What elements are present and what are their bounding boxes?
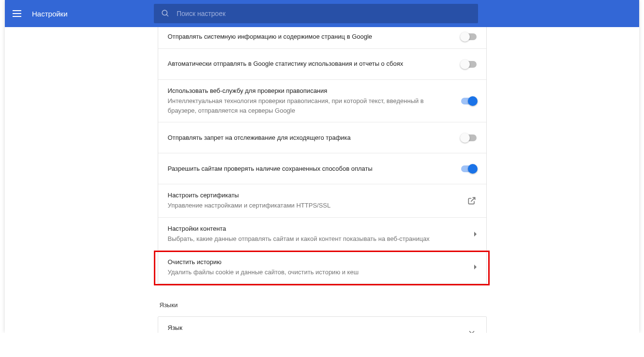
row-subtitle: Выбрать, какие данные отправлять сайтам … bbox=[168, 234, 464, 244]
chevron-down-icon bbox=[467, 327, 477, 333]
privacy-panel: Отправлять системную информацию и содерж… bbox=[158, 27, 487, 284]
row-auto-stats: Автоматически отправлять в Google статис… bbox=[158, 48, 486, 79]
row-clear-history[interactable]: Очистить историю Удалить файлы cookie и … bbox=[158, 251, 486, 284]
row-title: Использовать веб-службу для проверки пра… bbox=[168, 87, 451, 95]
row-title: Язык bbox=[168, 324, 457, 332]
search-field[interactable] bbox=[154, 4, 478, 23]
menu-icon[interactable] bbox=[13, 8, 24, 19]
toggle-spellcheck-service[interactable] bbox=[461, 98, 477, 104]
row-subtitle: Удалить файлы cookie и данные сайтов, оч… bbox=[168, 268, 464, 277]
row-title: Настроить сертификаты bbox=[168, 191, 457, 200]
toggle-do-not-track[interactable] bbox=[461, 134, 477, 141]
row-subtitle: Управление настройками и сертификатами H… bbox=[168, 201, 457, 210]
svg-point-0 bbox=[162, 10, 167, 15]
search-icon bbox=[161, 9, 170, 18]
row-subtitle: Интеллектуальная технология проверки пра… bbox=[168, 96, 451, 115]
toggle-auto-stats[interactable] bbox=[461, 61, 477, 68]
external-link-icon bbox=[467, 196, 477, 206]
toggle-payment-check[interactable] bbox=[461, 165, 477, 172]
toggle-send-system-info[interactable] bbox=[461, 33, 477, 40]
content: Отправлять системную информацию и содерж… bbox=[158, 27, 487, 333]
row-language[interactable]: Язык русский bbox=[158, 317, 486, 333]
chevron-right-icon bbox=[474, 265, 477, 269]
header: Настройки bbox=[5, 0, 639, 27]
row-payment-check: Разрешить сайтам проверять наличие сохра… bbox=[158, 153, 486, 184]
row-spellcheck-service: Использовать веб-службу для проверки пра… bbox=[158, 79, 486, 122]
search-input[interactable] bbox=[177, 10, 471, 17]
row-title: Очистить историю bbox=[168, 258, 464, 267]
row-title: Автоматически отправлять в Google статис… bbox=[168, 60, 451, 68]
row-do-not-track: Отправлять запрет на отслеживание для ис… bbox=[158, 122, 486, 153]
section-heading-languages: Языки bbox=[160, 301, 487, 309]
row-certificates[interactable]: Настроить сертификаты Управление настрой… bbox=[158, 184, 486, 217]
languages-panel: Язык русский Проверка правописания bbox=[158, 316, 487, 333]
svg-line-1 bbox=[166, 15, 168, 16]
row-content-settings[interactable]: Настройки контента Выбрать, какие данные… bbox=[158, 217, 486, 251]
row-title: Настройки контента bbox=[168, 224, 464, 233]
row-send-system-info: Отправлять системную информацию и содерж… bbox=[158, 27, 486, 48]
chevron-right-icon bbox=[474, 232, 477, 237]
row-title: Отправлять запрет на отслеживание для ис… bbox=[168, 134, 451, 142]
row-title: Разрешить сайтам проверять наличие сохра… bbox=[168, 164, 451, 173]
page-title: Настройки bbox=[32, 10, 68, 18]
page: Настройки Отправлять системную информаци… bbox=[5, 0, 639, 333]
row-title: Отправлять системную информацию и содерж… bbox=[168, 32, 451, 41]
